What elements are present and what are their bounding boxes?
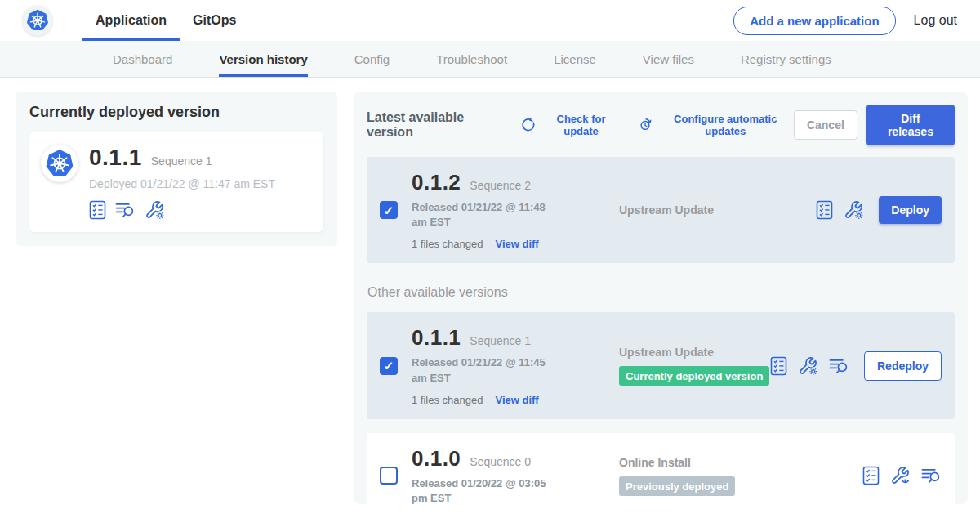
view-config-icon[interactable] (890, 466, 911, 485)
subtab-config[interactable]: Config (354, 41, 390, 77)
check-for-update-label: Check for update (541, 113, 621, 137)
deployed-version-card: 0.1.1 Sequence 1 Deployed 01/21/22 @ 11:… (29, 132, 323, 232)
preflight-checks-icon[interactable] (816, 200, 833, 220)
deploy-button[interactable]: Deploy (879, 196, 942, 224)
subtab-view-files[interactable]: View files (643, 41, 694, 77)
version-sequence: Sequence 1 (470, 334, 531, 347)
version-source: Upstream Update (585, 203, 816, 217)
version-actions: Deploy (816, 196, 942, 224)
version-source: Upstream Update Currently deployed versi… (585, 346, 770, 386)
add-new-application-button[interactable]: Add a new application (733, 7, 895, 35)
logout-link[interactable]: Log out (914, 13, 957, 28)
configure-automatic-updates-button[interactable]: Configure automatic updates (638, 113, 794, 137)
view-diff-link[interactable]: View diff (495, 238, 538, 250)
released-timestamp: Released 01/21/22 @ 11:45 am EST (412, 355, 564, 385)
kubernetes-logo-icon[interactable] (22, 5, 53, 36)
kots-admin-console: Application GitOps Add a new application… (0, 0, 980, 518)
refresh-icon (521, 118, 536, 132)
version-checkbox[interactable] (380, 201, 398, 219)
version-history-panel: Latest available version Check for updat… (354, 92, 968, 504)
view-diff-link[interactable]: View diff (495, 394, 538, 406)
deployed-version-sequence: Sequence 1 (151, 154, 212, 167)
version-number: 0.1.2 (412, 170, 461, 195)
check-for-update-button[interactable]: Check for update (521, 113, 621, 137)
topnav-right: Add a new application Log out (733, 7, 980, 35)
version-number: 0.1.1 (412, 325, 461, 351)
redeploy-button[interactable]: Redeploy (864, 351, 942, 381)
auto-update-clock-icon (638, 118, 653, 132)
deploy-logs-icon[interactable] (829, 357, 849, 375)
edit-config-icon[interactable] (145, 200, 165, 220)
version-checkbox[interactable] (380, 357, 398, 375)
edit-config-icon[interactable] (844, 200, 864, 220)
version-info: 0.1.1 Sequence 1 Released 01/21/22 @ 11:… (412, 325, 585, 405)
subtab-registry-settings[interactable]: Registry settings (741, 41, 831, 77)
previously-deployed-badge: Previously deployed (619, 476, 735, 496)
files-changed-label: 1 files changed (412, 238, 483, 250)
deployed-actions (89, 200, 275, 220)
subtab-license[interactable]: License (554, 41, 596, 77)
preflight-checks-icon[interactable] (770, 356, 787, 376)
latest-version-title: Latest available version (367, 110, 505, 140)
top-nav: Application GitOps Add a new application… (0, 0, 980, 41)
subtab-version-history[interactable]: Version history (219, 41, 307, 77)
version-checkbox[interactable] (380, 467, 398, 485)
deploy-logs-icon[interactable] (921, 467, 942, 485)
latest-version-header: Latest available version Check for updat… (367, 105, 955, 145)
source-label: Upstream Update (619, 203, 816, 217)
version-sequence: Sequence 0 (470, 455, 531, 468)
version-row-0-1-0: 0.1.0 Sequence 0 Released 01/20/22 @ 03:… (367, 433, 955, 518)
version-info: 0.1.0 Sequence 0 Released 01/20/22 @ 03:… (412, 446, 585, 506)
version-info: 0.1.2 Sequence 2 Released 01/21/22 @ 11:… (412, 170, 585, 250)
deployed-panel-title: Currently deployed version (29, 104, 323, 121)
deployed-version-info: 0.1.1 Sequence 1 Deployed 01/21/22 @ 11:… (89, 145, 275, 220)
app-level-tabs: Application GitOps (82, 0, 249, 41)
version-actions (862, 466, 942, 485)
released-timestamp: Released 01/20/22 @ 03:05 pm EST (412, 476, 564, 506)
deployed-timestamp: Deployed 01/21/22 @ 11:47 am EST (89, 177, 275, 190)
version-actions: Redeploy (770, 351, 942, 381)
configure-automatic-updates-label: Configure automatic updates (657, 113, 794, 137)
tab-application[interactable]: Application (82, 0, 180, 41)
deployed-version-number: 0.1.1 (89, 145, 142, 171)
subtab-dashboard[interactable]: Dashboard (113, 41, 172, 77)
version-row-0-1-1: 0.1.1 Sequence 1 Released 01/21/22 @ 11:… (367, 312, 955, 418)
app-kubernetes-icon (41, 145, 78, 182)
version-number: 0.1.0 (412, 446, 461, 471)
diff-releases-button[interactable]: Diff releases (866, 105, 955, 145)
source-label: Online Install (619, 456, 862, 469)
version-source: Online Install Previously deployed (585, 456, 862, 496)
edit-config-icon[interactable] (798, 356, 818, 376)
deploy-logs-icon[interactable] (115, 201, 136, 219)
cancel-button[interactable]: Cancel (794, 110, 858, 140)
app-subnav: Dashboard Version history Config Trouble… (0, 41, 980, 78)
version-sequence: Sequence 2 (470, 179, 531, 192)
tab-gitops[interactable]: GitOps (180, 0, 249, 41)
source-label: Upstream Update (619, 346, 770, 359)
released-timestamp: Released 01/21/22 @ 11:48 am EST (412, 200, 564, 230)
currently-deployed-panel: Currently deployed version (16, 92, 337, 246)
files-changed-label: 1 files changed (412, 394, 483, 406)
preflight-checks-icon[interactable] (89, 200, 106, 220)
other-versions-title: Other available versions (368, 285, 955, 300)
version-row-0-1-2: 0.1.2 Sequence 2 Released 01/21/22 @ 11:… (367, 157, 955, 263)
currently-deployed-badge: Currently deployed version (619, 366, 769, 386)
preflight-checks-icon[interactable] (862, 466, 880, 485)
subtab-troubleshoot[interactable]: Troubleshoot (436, 41, 507, 77)
